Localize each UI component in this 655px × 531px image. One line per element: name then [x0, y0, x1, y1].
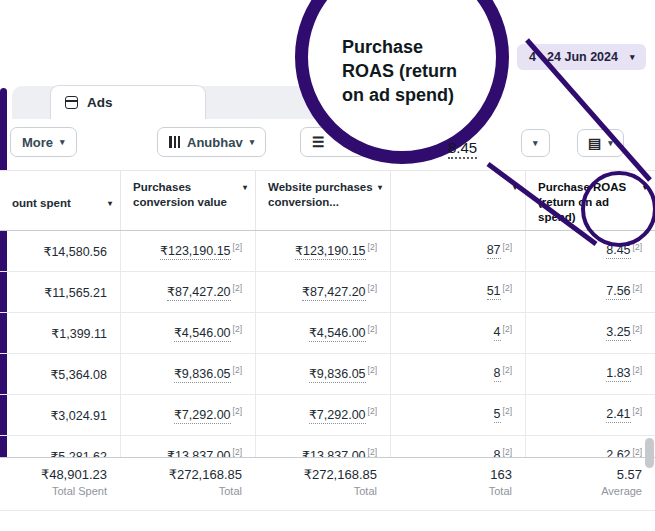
date-range-label: 4 - 24 Jun 2024	[529, 50, 618, 64]
table-row: ₹14,580.56 ₹123,190.15[2] ₹123,190.15[2]…	[0, 231, 655, 272]
cell-value[interactable]: 87	[487, 243, 501, 259]
column-header-label: Purchases conversion value	[133, 180, 239, 210]
footnote-marker: [2]	[233, 365, 242, 375]
cell-value[interactable]: 5	[494, 407, 501, 423]
footnote-marker: [2]	[633, 406, 642, 416]
footnote-marker: [2]	[503, 324, 512, 334]
more-label: More	[22, 135, 53, 150]
table-row: ₹3,024.91 ₹7,292.00[2] ₹7,292.00[2] 5[2]…	[0, 395, 655, 436]
total-website-purchases-conversion: ₹272,168.85 Total	[255, 458, 390, 510]
cell-value[interactable]: ₹4,546.00	[309, 325, 366, 342]
column-header-website-purchases-conversion[interactable]: Website purchases conversion... ▾	[255, 171, 390, 230]
total-label: Total	[219, 485, 242, 497]
sort-caret-icon: ▾	[378, 183, 382, 193]
cell-website-purchases-conversion: ₹9,836.05[2]	[255, 354, 390, 394]
cell-website-purchases-conversion: ₹4,546.00[2]	[255, 313, 390, 353]
cell-value[interactable]: 1.83	[606, 366, 630, 382]
columns-preset-button[interactable]: Anubhav ▾	[157, 127, 266, 157]
chevron-down-icon: ▾	[60, 138, 65, 147]
total-label: Average	[601, 485, 642, 497]
cell-value[interactable]: ₹9,836.05	[309, 366, 366, 383]
cell-purchases: 4[2]	[390, 313, 525, 353]
total-purchases: 163 Total	[390, 458, 525, 510]
cell-value[interactable]: 3.25	[606, 325, 630, 341]
cell-value[interactable]: ₹7,292.00	[174, 407, 231, 424]
footnote-marker: [2]	[633, 365, 642, 375]
cell-amount-spent: ₹5,364.08	[0, 354, 120, 394]
cell-value[interactable]: ₹4,546.00	[174, 325, 231, 342]
footnote-marker: [2]	[233, 447, 242, 457]
footnote-marker: [2]	[233, 283, 242, 293]
cell-value[interactable]: 8.45	[606, 243, 630, 259]
column-header-purchase-roas[interactable]: Purchase ROAS (return on ad spend) ▾	[525, 171, 655, 230]
reports-export-button[interactable]: ▤ ▾	[577, 129, 624, 157]
footnote-marker: [2]	[368, 283, 377, 293]
cell-purchases-conversion-value: ₹87,427.20[2]	[120, 272, 255, 312]
more-button[interactable]: More ▾	[10, 127, 77, 157]
cell-value[interactable]: 4	[494, 325, 501, 341]
cell-value[interactable]: ₹87,427.20	[302, 284, 366, 301]
table-row: ₹1,399.11 ₹4,546.00[2] ₹4,546.00[2] 4[2]…	[0, 313, 655, 354]
total-label: Total	[489, 485, 512, 497]
chevron-down-icon: ▾	[630, 53, 635, 62]
cell-website-purchases-conversion: ₹87,427.20[2]	[255, 272, 390, 312]
cell-value[interactable]: 8	[494, 366, 501, 382]
cell-amount-spent: ₹11,565.21	[0, 272, 120, 312]
cell-purchase-roas: 8.45[2]	[525, 231, 655, 271]
cell-purchases: 5[2]	[390, 395, 525, 435]
footnote-marker: [2]	[233, 242, 242, 252]
footnote-marker: [2]	[633, 324, 642, 334]
sort-caret-icon: ▾	[243, 183, 247, 193]
footnote-marker: [2]	[633, 447, 642, 457]
sort-caret-icon: ▾	[643, 183, 647, 193]
chevron-down-icon: ▾	[250, 138, 255, 147]
sort-caret-icon: ▾	[513, 183, 517, 193]
date-range-selector[interactable]: 4 - 24 Jun 2024 ▾	[517, 44, 646, 70]
cell-value[interactable]: ₹7,292.00	[309, 407, 366, 424]
cell-value[interactable]: ₹123,190.15	[160, 243, 231, 260]
cell-purchase-roas: 1.83[2]	[525, 354, 655, 394]
footnote-marker: [2]	[368, 365, 377, 375]
tab-ads-label: Ads	[87, 95, 113, 110]
cell-value: ₹1,399.11	[51, 326, 107, 341]
cell-value: ₹3,024.91	[50, 408, 107, 423]
cell-value[interactable]: 2.41	[606, 407, 630, 423]
total-value: 5.57	[617, 467, 642, 482]
cell-amount-spent: ₹1,399.11	[0, 313, 120, 353]
cell-value[interactable]: 7.56	[606, 284, 630, 300]
footnote-marker: [2]	[233, 406, 242, 416]
cell-purchases-conversion-value: ₹4,546.00[2]	[120, 313, 255, 353]
footnote-marker: [2]	[233, 324, 242, 334]
footnote-marker: [2]	[368, 406, 377, 416]
cell-purchase-roas: 7.56[2]	[525, 272, 655, 312]
total-amount-spent: ₹48,901.23 Total Spent	[0, 458, 120, 510]
column-header-amount-spent[interactable]: ount spent ▾	[0, 171, 120, 230]
cell-value[interactable]: ₹9,836.05	[174, 366, 231, 383]
cell-amount-spent: ₹14,580.56	[0, 231, 120, 271]
vertical-scrollbar-thumb[interactable]	[645, 438, 654, 468]
cell-purchases-conversion-value: ₹7,292.00[2]	[120, 395, 255, 435]
cell-value[interactable]: 51	[487, 284, 501, 300]
cell-purchases: 51[2]	[390, 272, 525, 312]
magnified-roas-value: 8.45	[448, 139, 477, 159]
total-label: Total Spent	[52, 485, 107, 497]
options-dropdown-button[interactable]: ▾	[521, 129, 550, 157]
table-body: ₹14,580.56 ₹123,190.15[2] ₹123,190.15[2]…	[0, 231, 655, 477]
column-header-hidden[interactable]: ▾	[390, 171, 525, 230]
footnote-marker: [2]	[503, 283, 512, 293]
breakdown-button[interactable]: ☰	[300, 127, 366, 157]
total-value: ₹48,901.23	[41, 467, 107, 482]
cell-purchases: 87[2]	[390, 231, 525, 271]
total-purchases-conversion-value: ₹272,168.85 Total	[120, 458, 255, 510]
menu-lines-icon: ☰	[312, 135, 325, 149]
cell-purchases-conversion-value: ₹123,190.15[2]	[120, 231, 255, 271]
tab-ads[interactable]: Ads	[50, 85, 206, 119]
sort-caret-icon: ▾	[108, 199, 112, 209]
cell-value[interactable]: ₹87,427.20	[167, 284, 231, 301]
column-header-label: Purchase ROAS (return on ad spend)	[538, 180, 639, 225]
cell-value[interactable]: ₹123,190.15	[295, 243, 366, 260]
chevron-down-icon: ▾	[533, 139, 538, 148]
average-purchase-roas: 5.57 Average	[525, 458, 655, 510]
column-header-purchases-conversion-value[interactable]: Purchases conversion value ▾	[120, 171, 255, 230]
footnote-marker: [2]	[368, 447, 377, 457]
